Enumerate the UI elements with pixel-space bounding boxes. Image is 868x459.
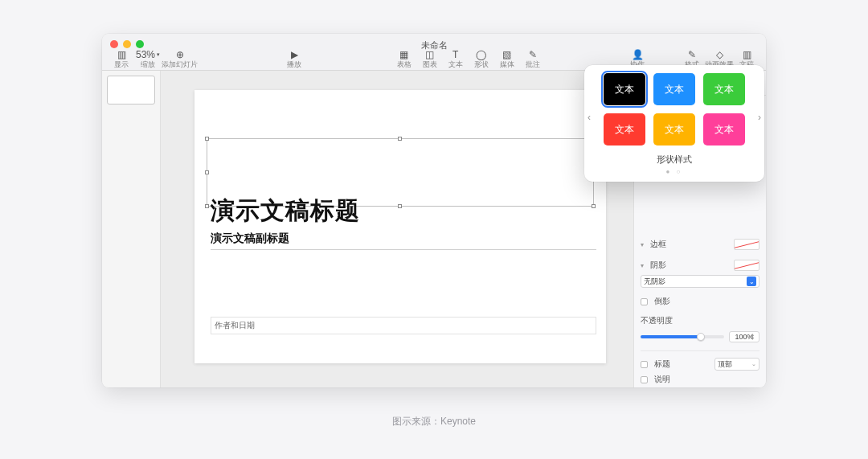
slide[interactable]: 演示文稿标题 演示文稿副标题 作者和日期 [194, 90, 606, 363]
view-button[interactable]: ▥ 显示 [108, 49, 134, 68]
title-checkbox-label: 标题 [654, 359, 711, 370]
slide-author-text[interactable]: 作者和日期 [211, 317, 596, 334]
title-checkbox[interactable] [641, 361, 648, 368]
format-icon: ✎ [688, 49, 696, 60]
resize-handle[interactable] [398, 137, 402, 141]
slide-thumbnail[interactable] [107, 76, 155, 105]
popover-title: 形状样式 [591, 154, 758, 166]
chevron-down-icon: ⌄ [751, 361, 756, 367]
shadow-select-value: 无阴影 [644, 277, 665, 287]
border-style-swatch[interactable] [734, 239, 760, 250]
chart-button[interactable]: ◫图表 [417, 49, 443, 68]
reflection-label: 倒影 [654, 296, 670, 307]
opacity-label: 不透明度 [641, 315, 760, 326]
media-icon: ▧ [502, 49, 511, 60]
style-swatch[interactable]: 文本 [703, 113, 745, 145]
shadow-style-swatch[interactable] [734, 260, 760, 271]
text-button[interactable]: T文本 [443, 49, 469, 68]
next-page-button[interactable]: › [758, 112, 761, 123]
style-swatch[interactable]: 文本 [604, 73, 645, 105]
border-label: 边框 [650, 239, 731, 250]
document-icon: ▥ [743, 49, 751, 60]
slide-subtitle-text[interactable]: 演示文稿副标题 [211, 232, 596, 250]
comment-icon: ✎ [529, 49, 537, 60]
resize-handle[interactable] [205, 204, 209, 208]
position-select[interactable]: 顶部 ⌄ [714, 358, 760, 371]
shape-icon: ◯ [476, 49, 486, 60]
caption-checkbox[interactable] [641, 376, 648, 383]
image-source-caption: 图示来源：Keynote [0, 415, 868, 428]
text-icon: T [452, 49, 458, 60]
add-slide-icon: ⊕ [176, 49, 184, 60]
resize-handle[interactable] [205, 137, 209, 141]
opacity-input[interactable]: 100% ▴▾ [729, 331, 760, 342]
page-dots: ● ○ [591, 168, 758, 175]
slide-title-text[interactable]: 演示文稿标题 [211, 195, 360, 227]
inspector-panel: 样式 文本 排列 ‹ › 文本文本文本文本文本文本 形状样式 ● ○ ▾ 边框 [633, 71, 766, 387]
media-button[interactable]: ▧媒体 [494, 49, 520, 68]
style-swatch[interactable]: 文本 [653, 73, 695, 105]
app-window: 未命名 ▥ 显示 53%▾ 缩放 ⊕ 添加幻灯片 ▶ 播放 [102, 34, 766, 387]
resize-handle[interactable] [592, 204, 596, 208]
reflection-toggle[interactable]: 倒影 [641, 294, 760, 309]
shadow-section[interactable]: ▾ 阴影 [641, 258, 760, 273]
play-button[interactable]: ▶ 播放 [276, 49, 312, 68]
shape-styles-popover: ‹ › 文本文本文本文本文本文本 形状样式 ● ○ [584, 65, 764, 182]
zoom-value: 53%▾ [134, 49, 162, 60]
table-button[interactable]: ▦表格 [391, 49, 417, 68]
disclosure-icon: ▾ [641, 241, 647, 248]
stepper-icon[interactable]: ▴▾ [751, 332, 758, 342]
animate-icon: ◇ [716, 49, 723, 60]
window-body: 演示文稿标题 演示文稿副标题 作者和日期 样式 文本 排列 ‹ › 文本文本文本… [102, 71, 766, 387]
play-icon: ▶ [291, 49, 298, 60]
collaborate-icon: 👤 [632, 49, 644, 60]
style-swatch[interactable]: 文本 [703, 73, 745, 105]
style-swatch-grid: 文本文本文本文本文本文本 [591, 73, 758, 145]
shadow-label: 阴影 [650, 260, 731, 271]
caption-checkbox-label: 说明 [654, 374, 670, 385]
checkbox-icon[interactable] [641, 298, 648, 305]
slide-canvas[interactable]: 演示文稿标题 演示文稿副标题 作者和日期 [161, 71, 633, 387]
chart-icon: ◫ [425, 49, 434, 60]
slide-navigator[interactable] [102, 71, 161, 387]
border-section[interactable]: ▾ 边框 [641, 237, 760, 252]
resize-handle[interactable] [205, 170, 209, 174]
shape-button[interactable]: ◯形状 [469, 49, 494, 68]
resize-handle[interactable] [398, 204, 402, 208]
comment-button[interactable]: ✎批注 [520, 49, 546, 68]
table-icon: ▦ [399, 49, 408, 60]
zoom-control[interactable]: 53%▾ 缩放 [134, 49, 162, 68]
style-swatch[interactable]: 文本 [604, 113, 645, 145]
style-swatch[interactable]: 文本 [653, 113, 695, 145]
dropdown-icon: ⌄ [747, 277, 756, 286]
shadow-select[interactable]: 无阴影 ⌄ [641, 275, 760, 288]
prev-page-button[interactable]: ‹ [588, 112, 591, 123]
add-slide-button[interactable]: ⊕ 添加幻灯片 [162, 49, 198, 68]
opacity-slider[interactable] [641, 335, 724, 338]
view-icon: ▥ [117, 49, 126, 60]
disclosure-icon: ▾ [641, 262, 647, 269]
